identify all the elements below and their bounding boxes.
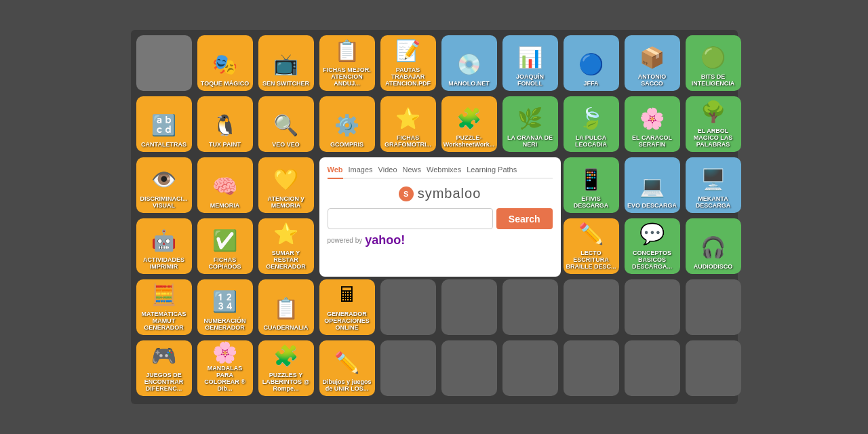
tile-generador[interactable]: 🖩 GENERADOR OPERACIONES ONLINE <box>319 279 375 335</box>
tile-icon: 🔡 <box>149 110 179 140</box>
tile-matematicas[interactable]: 🧮 MATEMÁTICAS MAMUT GENERADOR <box>136 279 192 335</box>
tile-icon: 🐧 <box>210 110 240 140</box>
tile-label: NUMERACIÓN GENERADOR <box>197 318 253 332</box>
tile-toque-magico[interactable]: 🎭 TOQUE MÁGICO <box>197 35 253 91</box>
tab-webmixes[interactable]: Webmixes <box>427 165 461 174</box>
tile-pautas[interactable]: 📝 PAUTAS TRABAJAR ATENCION.PDF <box>380 35 436 91</box>
tile-cuadernalia[interactable]: 📋 CUADERNALIA <box>258 279 314 335</box>
tile-joaquin[interactable]: 📊 JOAQUÍN FONOLL <box>502 35 558 91</box>
tile-jffa[interactable]: 🔵 JFFA <box>564 35 619 91</box>
tile-label: ACTIVIDADES IMPRIMIR <box>136 257 192 271</box>
tile-label: ANTONIO SACCO <box>625 74 680 87</box>
tile-pulga[interactable]: 🍃 LA PULGA LEOCADIA <box>564 96 619 152</box>
tile-label: PUZZLE- WorksheetWork... <box>441 135 497 149</box>
tile-icon: ✅ <box>210 225 240 256</box>
tile-icon: 🧩 <box>454 103 484 134</box>
tile-efivis[interactable]: 📱 EFIVIS DESCARGA <box>564 157 619 213</box>
tile-label: AUDIODISCO <box>692 264 735 271</box>
tile-label: JFFA <box>581 81 600 87</box>
tile-label: MEMORIA <box>208 203 242 210</box>
tile-memoria[interactable]: 🧠 MEMORIA <box>197 157 253 213</box>
tab-web[interactable]: Web <box>328 165 343 179</box>
tile-label: CONCEPTOS BASICOS DESCARGA... <box>625 250 680 271</box>
tile-icon: 🟢 <box>698 42 728 73</box>
tile-empty-r6c7 <box>502 340 558 396</box>
tile-empty-r5c5 <box>380 279 436 335</box>
tile-icon: 🌸 <box>210 340 240 364</box>
tile-icon: 🍃 <box>576 103 606 134</box>
tile-label: EL ARBOL MAGICO LAS PALABRAS <box>686 128 741 149</box>
tile-label: FICHAS COPIADOS <box>197 257 253 271</box>
tile-discriminaci[interactable]: 👁️ DISCRIMINACI... VISUAL <box>136 157 192 213</box>
tile-icon: 🧩 <box>271 340 301 371</box>
tile-cantaletras[interactable]: 🔡 CANTALETRAS <box>136 96 192 152</box>
tile-label: EL CARACOL SERAFIN <box>625 135 680 149</box>
tile-icon: ✏️ <box>332 347 362 378</box>
tile-label: VEO VEO <box>270 142 302 149</box>
tile-label: GCOMPRIS <box>328 142 366 149</box>
tile-actividades[interactable]: 🤖 ACTIVIDADES IMPRIMIR <box>136 218 192 274</box>
tile-conceptos[interactable]: 💬 CONCEPTOS BASICOS DESCARGA... <box>625 218 680 274</box>
tile-label: Dibujos y juegos de UNIR LOS... <box>319 379 375 393</box>
tile-icon: 📦 <box>637 42 667 73</box>
tile-evo[interactable]: 💻 EVO DESCARGA <box>625 157 680 213</box>
search-button[interactable]: Search <box>496 208 553 229</box>
tile-label: TOQUE MÁGICO <box>199 81 251 87</box>
tile-icon: 💿 <box>454 49 484 79</box>
tile-manolo[interactable]: 💿 MANOLO.NET <box>441 35 497 91</box>
symbaloo-logo-text: symbaloo <box>418 186 481 201</box>
tile-icon: 🧮 <box>149 279 179 310</box>
tile-icon: 📋 <box>271 293 301 323</box>
tile-sumar-restar[interactable]: ⭐ SUMAR Y RESTAR GENERADOR <box>258 218 314 274</box>
tile-puzzles-laberintos[interactable]: 🧩 PUZZLES Y LABERINTOS @ Rompe... <box>258 340 314 396</box>
symbaloo-logo-icon: S <box>399 186 414 201</box>
tile-empty-r6c9 <box>625 340 680 396</box>
tile-lecto[interactable]: ✏️ LECTO ESCRITURA BRAILLE DESC... <box>564 218 619 274</box>
tile-icon: 🖩 <box>332 279 362 310</box>
tile-label: LA GRANJA DE NERI <box>502 135 558 149</box>
tile-juegos-diferenc[interactable]: 🎮 JUEGOS DE ENCONTRAR DIFERENC... <box>136 340 192 396</box>
tile-icon: 🌿 <box>515 103 545 134</box>
tile-empty-r6c8 <box>564 340 619 396</box>
tile-caracol[interactable]: 🌸 EL CARACOL SERAFIN <box>625 96 680 152</box>
tile-audiodisco[interactable]: 🎧 AUDIODISCO <box>686 218 741 274</box>
tile-empty-r5c7 <box>502 279 558 335</box>
tile-label: TUX PAINT <box>207 142 243 149</box>
tile-fichas-grafomotri[interactable]: ⭐ FICHAS GRAFOMOTRI... <box>380 96 436 152</box>
tile-numeracion[interactable]: 🔢 NUMERACIÓN GENERADOR <box>197 279 253 335</box>
tab-video[interactable]: Video <box>378 165 397 174</box>
tile-mandalas[interactable]: 🌸 MANDALAS PARA COLOREAR ® Dib... <box>197 340 253 396</box>
tile-arbol[interactable]: 🌳 EL ARBOL MAGICO LAS PALABRAS <box>686 96 741 152</box>
search-input[interactable] <box>328 208 493 229</box>
tile-granja[interactable]: 🌿 LA GRANJA DE NERI <box>502 96 558 152</box>
tile-label: EFIVIS DESCARGA <box>564 196 619 210</box>
tile-sen-switcher[interactable]: 📺 SEN SWITCHER <box>258 35 314 91</box>
tile-puzzle[interactable]: 🧩 PUZZLE- WorksheetWork... <box>441 96 497 152</box>
tile-veo-veo[interactable]: 🔍 VEO VEO <box>258 96 314 152</box>
tile-icon: 🔍 <box>271 110 301 140</box>
tile-grid: 🎭 TOQUE MÁGICO 📺 SEN SWITCHER 📋 FICHAS M… <box>136 35 732 399</box>
tab-news[interactable]: News <box>403 165 422 174</box>
tile-antonio[interactable]: 📦 ANTONIO SACCO <box>625 35 680 91</box>
tile-label: FICHAS GRAFOMOTRI... <box>380 135 436 149</box>
tile-icon: 🧠 <box>210 171 240 201</box>
tile-atencion-memoria[interactable]: 💛 ATENCION y MEMORIA <box>258 157 314 213</box>
tile-tux-paint[interactable]: 🐧 TUX PAINT <box>197 96 253 152</box>
tile-fichas-copiados[interactable]: ✅ FICHAS COPIADOS <box>197 218 253 274</box>
tile-label: BITS DE INTELIGENCIA <box>686 74 741 87</box>
tile-label: CUADERNALIA <box>262 325 311 332</box>
tab-learning-paths[interactable]: Learning Paths <box>467 165 517 174</box>
tile-label: SEN SWITCHER <box>260 81 311 87</box>
tile-dibujos-unir[interactable]: ✏️ Dibujos y juegos de UNIR LOS... <box>319 340 375 396</box>
tile-icon: 💛 <box>271 164 301 195</box>
tile-gcompris[interactable]: ⚙️ GCOMPRIS <box>319 96 375 152</box>
tile-icon: 🖥️ <box>698 164 728 195</box>
tile-fichas-mejor[interactable]: 📋 FICHAS MEJOR. ATENCION ANDUJ... <box>319 35 375 91</box>
tile-label: SUMAR Y RESTAR GENERADOR <box>258 250 314 271</box>
tile-bits[interactable]: 🟢 BITS DE INTELIGENCIA <box>686 35 741 91</box>
tile-icon: 🔵 <box>576 49 606 79</box>
tile-icon: 🌸 <box>637 103 667 134</box>
tile-icon: 📱 <box>576 164 606 195</box>
tile-mekanta[interactable]: 🖥️ MEKANTA DESCARGA <box>686 157 741 213</box>
tab-images[interactable]: Images <box>349 165 373 174</box>
